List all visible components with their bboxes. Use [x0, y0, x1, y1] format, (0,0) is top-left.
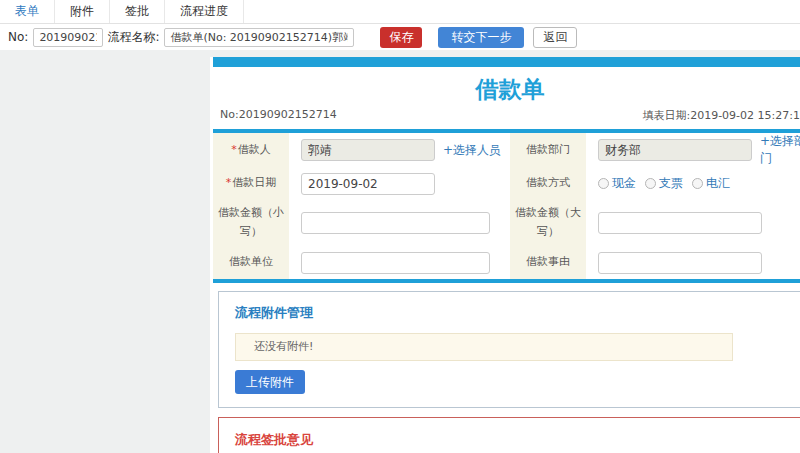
app-window: 表单 附件 签批 流程进度 No: 流程名称: 保存 转交下一步 返回 借款单 …: [0, 0, 800, 453]
signature-section: 流程签批意见 B I abc: [218, 417, 800, 453]
required-mark: *: [226, 176, 232, 189]
no-attachments-notice: 还没有附件!: [235, 333, 733, 361]
unit-label: 借款单位: [213, 246, 289, 279]
save-button[interactable]: 保存: [380, 27, 422, 48]
tab-form[interactable]: 表单: [0, 0, 55, 23]
tab-progress-label: 流程进度: [180, 4, 228, 18]
field-borrower: *借款人 +选择人员: [213, 133, 510, 167]
radio-cheque[interactable]: 支票: [645, 175, 683, 192]
workspace: 借款单 No:20190902152714 填表日期:2019-09-02 15…: [0, 50, 800, 453]
field-amount-big: 借款金额（大写）: [510, 200, 800, 246]
toolbar: No: 流程名称: 保存 转交下一步 返回: [0, 24, 800, 51]
borrow-date-input[interactable]: [301, 173, 435, 195]
field-borrow-date: *借款日期: [213, 167, 510, 200]
form-row-3: 借款金额（小写） 借款金额（大写）: [213, 200, 800, 246]
flow-name-input[interactable]: [164, 28, 354, 47]
flow-name-label: 流程名称:: [107, 29, 159, 46]
doc-fill-date: 填表日期:2019-09-02 15:27:1: [642, 108, 800, 123]
radio-cash[interactable]: 现金: [598, 175, 636, 192]
field-reason: 借款事由: [510, 246, 800, 279]
select-person-link[interactable]: +选择人员: [443, 142, 501, 159]
department-label: 借款部门: [510, 133, 586, 167]
amount-small-input[interactable]: [301, 212, 490, 234]
tab-bar: 表单 附件 签批 流程进度: [0, 0, 800, 24]
form-grid: *借款人 +选择人员 借款部门 +选择部门: [213, 133, 800, 279]
field-unit: 借款单位: [213, 246, 510, 279]
form-row-4: 借款单位 借款事由: [213, 246, 800, 279]
field-method: 借款方式 现金 支票 电汇: [510, 167, 800, 200]
amount-big-label: 借款金额（大写）: [510, 200, 586, 246]
form-row-2: *借款日期 借款方式 现金 支票 电汇: [213, 167, 800, 200]
tab-approval[interactable]: 签批: [110, 0, 165, 23]
radio-circle-icon: [598, 178, 609, 189]
required-mark: *: [231, 143, 237, 156]
separator-bar-bottom: [213, 279, 800, 283]
upload-attachment-button[interactable]: 上传附件: [235, 370, 305, 394]
attachments-section: 流程附件管理 还没有附件! 上传附件: [218, 291, 800, 408]
reason-label: 借款事由: [510, 246, 586, 279]
borrower-label: *借款人: [213, 133, 289, 167]
field-department: 借款部门 +选择部门: [510, 133, 800, 167]
no-label: No:: [8, 30, 28, 44]
attachments-heading: 流程附件管理: [235, 304, 785, 322]
field-amount-small: 借款金额（小写）: [213, 200, 510, 246]
tab-form-label: 表单: [15, 4, 39, 18]
no-input[interactable]: [33, 28, 103, 47]
method-radio-group: 现金 支票 电汇: [598, 175, 730, 192]
select-department-link[interactable]: +选择部门: [760, 133, 800, 167]
tab-attachments[interactable]: 附件: [55, 0, 110, 23]
reason-input[interactable]: [598, 252, 762, 274]
radio-wire[interactable]: 电汇: [692, 175, 730, 192]
method-label: 借款方式: [510, 167, 586, 200]
tab-approval-label: 签批: [125, 4, 149, 18]
borrow-date-label: *借款日期: [213, 167, 289, 200]
borrower-input[interactable]: [301, 139, 435, 161]
form-row-1: *借款人 +选择人员 借款部门 +选择部门: [213, 133, 800, 167]
form-panel: 借款单 No:20190902152714 填表日期:2019-09-02 15…: [210, 57, 800, 453]
unit-input[interactable]: [301, 252, 490, 274]
amount-small-label: 借款金额（小写）: [213, 200, 289, 246]
doc-meta: No:20190902152714 填表日期:2019-09-02 15:27:…: [213, 108, 800, 129]
amount-big-input[interactable]: [598, 212, 762, 234]
tab-progress[interactable]: 流程进度: [165, 0, 244, 23]
tab-attachments-label: 附件: [70, 4, 94, 18]
department-input[interactable]: [598, 139, 752, 161]
form-title: 借款单: [213, 74, 800, 105]
header-accent-bar: [213, 57, 800, 67]
radio-circle-icon: [645, 178, 656, 189]
radio-circle-icon: [692, 178, 703, 189]
doc-number: No:20190902152714: [220, 108, 337, 123]
back-button[interactable]: 返回: [533, 27, 577, 48]
forward-next-button[interactable]: 转交下一步: [438, 27, 524, 48]
signature-heading: 流程签批意见: [235, 431, 785, 449]
